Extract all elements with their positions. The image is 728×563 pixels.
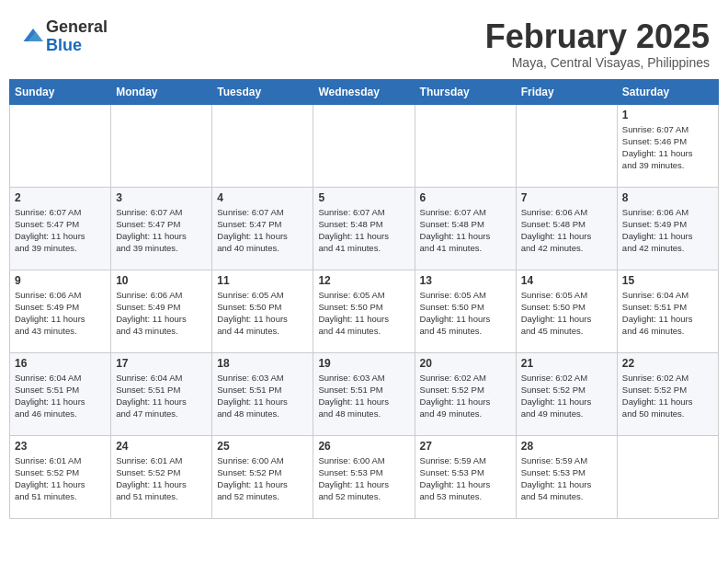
day-number: 24 (116, 440, 207, 453)
calendar-week-row: 9Sunrise: 6:06 AM Sunset: 5:49 PM Daylig… (10, 270, 719, 352)
day-number: 25 (217, 440, 308, 453)
day-info: Sunrise: 6:00 AM Sunset: 5:52 PM Dayligh… (217, 454, 308, 503)
calendar-cell: 18Sunrise: 6:03 AM Sunset: 5:51 PM Dayli… (212, 352, 313, 435)
calendar-week-row: 2Sunrise: 6:07 AM Sunset: 5:47 PM Daylig… (10, 187, 719, 270)
day-info: Sunrise: 6:06 AM Sunset: 5:49 PM Dayligh… (116, 289, 207, 338)
day-number: 19 (318, 357, 409, 370)
calendar-cell: 26Sunrise: 6:00 AM Sunset: 5:53 PM Dayli… (313, 435, 415, 518)
day-info: Sunrise: 6:00 AM Sunset: 5:53 PM Dayligh… (318, 454, 409, 503)
weekday-header: Friday (516, 79, 617, 104)
day-info: Sunrise: 6:06 AM Sunset: 5:49 PM Dayligh… (15, 289, 106, 338)
day-number: 20 (420, 357, 511, 370)
calendar-cell (516, 104, 617, 187)
day-number: 6 (420, 191, 511, 204)
day-number: 28 (521, 440, 612, 453)
day-info: Sunrise: 6:02 AM Sunset: 5:52 PM Dayligh… (622, 372, 713, 420)
day-number: 18 (217, 357, 308, 370)
day-number: 12 (318, 274, 409, 287)
day-info: Sunrise: 6:02 AM Sunset: 5:52 PM Dayligh… (521, 372, 612, 420)
weekday-header: Saturday (617, 79, 718, 104)
calendar-cell (313, 104, 415, 187)
calendar-cell: 20Sunrise: 6:02 AM Sunset: 5:52 PM Dayli… (415, 352, 516, 435)
calendar-cell: 23Sunrise: 6:01 AM Sunset: 5:52 PM Dayli… (10, 435, 111, 518)
day-info: Sunrise: 6:07 AM Sunset: 5:46 PM Dayligh… (622, 123, 713, 172)
weekday-header: Wednesday (313, 79, 415, 104)
day-info: Sunrise: 6:06 AM Sunset: 5:49 PM Dayligh… (622, 206, 713, 255)
day-number: 21 (521, 357, 612, 370)
day-number: 22 (622, 357, 713, 370)
day-info: Sunrise: 6:02 AM Sunset: 5:52 PM Dayligh… (420, 372, 511, 420)
calendar-cell (617, 435, 718, 518)
calendar-cell: 6Sunrise: 6:07 AM Sunset: 5:48 PM Daylig… (415, 187, 516, 270)
title-block: February 2025 Maya, Central Visayas, Phi… (485, 18, 710, 70)
day-info: Sunrise: 6:06 AM Sunset: 5:48 PM Dayligh… (521, 206, 612, 255)
day-info: Sunrise: 6:04 AM Sunset: 5:51 PM Dayligh… (116, 372, 207, 420)
calendar-table: SundayMondayTuesdayWednesdayThursdayFrid… (9, 79, 719, 519)
calendar-cell: 13Sunrise: 6:05 AM Sunset: 5:50 PM Dayli… (415, 270, 516, 352)
day-number: 16 (15, 357, 106, 370)
logo-icon (20, 22, 46, 48)
day-number: 1 (622, 109, 713, 121)
calendar-week-row: 16Sunrise: 6:04 AM Sunset: 5:51 PM Dayli… (10, 352, 719, 435)
calendar-cell (212, 104, 313, 187)
calendar-cell (111, 104, 212, 187)
calendar-cell: 4Sunrise: 6:07 AM Sunset: 5:47 PM Daylig… (212, 187, 313, 270)
location: Maya, Central Visayas, Philippines (485, 55, 710, 70)
calendar-cell: 14Sunrise: 6:05 AM Sunset: 5:50 PM Dayli… (516, 270, 617, 352)
day-info: Sunrise: 6:01 AM Sunset: 5:52 PM Dayligh… (15, 454, 106, 503)
calendar-cell: 8Sunrise: 6:06 AM Sunset: 5:49 PM Daylig… (617, 187, 718, 270)
calendar-cell (415, 104, 516, 187)
calendar-cell: 25Sunrise: 6:00 AM Sunset: 5:52 PM Dayli… (212, 435, 313, 518)
month-title: February 2025 (485, 18, 710, 55)
weekday-header: Sunday (10, 79, 111, 104)
calendar-cell: 16Sunrise: 6:04 AM Sunset: 5:51 PM Dayli… (10, 352, 111, 435)
day-number: 3 (116, 191, 207, 204)
day-number: 5 (318, 191, 409, 204)
calendar-cell: 15Sunrise: 6:04 AM Sunset: 5:51 PM Dayli… (617, 270, 718, 352)
day-number: 11 (217, 274, 308, 287)
day-number: 9 (15, 274, 106, 287)
calendar-cell: 10Sunrise: 6:06 AM Sunset: 5:49 PM Dayli… (111, 270, 212, 352)
weekday-header: Tuesday (212, 79, 313, 104)
day-number: 23 (15, 440, 106, 453)
calendar-cell: 19Sunrise: 6:03 AM Sunset: 5:51 PM Dayli… (313, 352, 415, 435)
day-number: 17 (116, 357, 207, 370)
page-header: General Blue February 2025 Maya, Central… (9, 9, 719, 75)
day-info: Sunrise: 6:03 AM Sunset: 5:51 PM Dayligh… (217, 372, 308, 420)
day-number: 13 (420, 274, 511, 287)
calendar-cell: 11Sunrise: 6:05 AM Sunset: 5:50 PM Dayli… (212, 270, 313, 352)
day-number: 10 (116, 274, 207, 287)
calendar-cell: 27Sunrise: 5:59 AM Sunset: 5:53 PM Dayli… (415, 435, 516, 518)
calendar-cell: 22Sunrise: 6:02 AM Sunset: 5:52 PM Dayli… (617, 352, 718, 435)
day-info: Sunrise: 5:59 AM Sunset: 5:53 PM Dayligh… (521, 454, 612, 503)
calendar-cell: 28Sunrise: 5:59 AM Sunset: 5:53 PM Dayli… (516, 435, 617, 518)
calendar-cell: 3Sunrise: 6:07 AM Sunset: 5:47 PM Daylig… (111, 187, 212, 270)
calendar-cell: 12Sunrise: 6:05 AM Sunset: 5:50 PM Dayli… (313, 270, 415, 352)
day-number: 2 (15, 191, 106, 204)
day-number: 4 (217, 191, 308, 204)
day-info: Sunrise: 6:03 AM Sunset: 5:51 PM Dayligh… (318, 372, 409, 420)
logo-general: General (46, 17, 108, 36)
day-info: Sunrise: 6:01 AM Sunset: 5:52 PM Dayligh… (116, 454, 207, 503)
calendar-header-row: SundayMondayTuesdayWednesdayThursdayFrid… (10, 79, 719, 104)
logo: General Blue (18, 18, 108, 55)
calendar-cell: 24Sunrise: 6:01 AM Sunset: 5:52 PM Dayli… (111, 435, 212, 518)
day-info: Sunrise: 6:07 AM Sunset: 5:47 PM Dayligh… (217, 206, 308, 255)
day-number: 7 (521, 191, 612, 204)
day-number: 15 (622, 274, 713, 287)
day-info: Sunrise: 6:04 AM Sunset: 5:51 PM Dayligh… (622, 289, 713, 338)
calendar-week-row: 23Sunrise: 6:01 AM Sunset: 5:52 PM Dayli… (10, 435, 719, 518)
calendar-cell (10, 104, 111, 187)
calendar-cell: 2Sunrise: 6:07 AM Sunset: 5:47 PM Daylig… (10, 187, 111, 270)
day-info: Sunrise: 6:04 AM Sunset: 5:51 PM Dayligh… (15, 372, 106, 420)
day-number: 27 (420, 440, 511, 453)
weekday-header: Monday (111, 79, 212, 104)
calendar-cell: 5Sunrise: 6:07 AM Sunset: 5:48 PM Daylig… (313, 187, 415, 270)
day-number: 14 (521, 274, 612, 287)
calendar-cell: 9Sunrise: 6:06 AM Sunset: 5:49 PM Daylig… (10, 270, 111, 352)
calendar-cell: 21Sunrise: 6:02 AM Sunset: 5:52 PM Dayli… (516, 352, 617, 435)
day-info: Sunrise: 6:05 AM Sunset: 5:50 PM Dayligh… (318, 289, 409, 338)
day-number: 8 (622, 191, 713, 204)
day-info: Sunrise: 6:05 AM Sunset: 5:50 PM Dayligh… (420, 289, 511, 338)
calendar-cell: 17Sunrise: 6:04 AM Sunset: 5:51 PM Dayli… (111, 352, 212, 435)
